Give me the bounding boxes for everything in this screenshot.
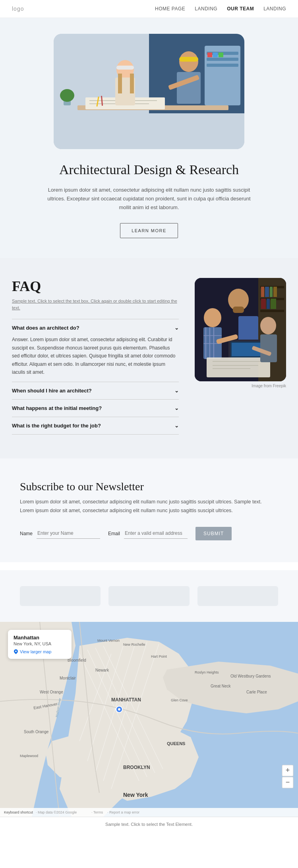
faq-sample-text[interactable]: Sample text. Click to select the text bo… [12,298,179,311]
svg-rect-12 [179,57,198,62]
email-label: Email [108,531,120,536]
hero-section: Architectural Design & Research Lorem ip… [0,18,298,258]
svg-text:South Orange: South Orange [24,730,49,734]
footer-card-1 [20,586,101,606]
hero-image [54,34,244,149]
nav-links: HOME PAGE LANDING OUR TEAM LANDING [155,6,286,12]
nav-home[interactable]: HOME PAGE [155,6,185,12]
svg-text:Great Neck: Great Neck [211,684,231,688]
faq-question-4[interactable]: What is the right budget for the job? ⌄ [12,423,179,429]
svg-rect-31 [261,287,264,297]
svg-text:Carle Place: Carle Place [246,690,267,694]
name-label: Name [20,531,33,536]
svg-text:Glen Cove: Glen Cove [171,698,188,702]
faq-item-2: When should I hire an architect? ⌄ [12,382,179,399]
svg-text:· Report a map error: · Report a map error [107,810,139,814]
svg-text:· Terms: · Terms [91,810,103,814]
faq-chevron-1: ⌄ [174,325,179,331]
svg-text:−: − [286,778,290,786]
footer-card-2 [108,586,189,606]
svg-text:Newark: Newark [95,668,109,672]
svg-text:Bloomfield: Bloomfield [68,658,86,662]
svg-rect-19 [207,52,212,57]
svg-text:MANHATTAN: MANHATTAN [111,697,141,703]
faq-question-1[interactable]: What does an architect do? ⌄ [12,325,179,331]
faq-question-2[interactable]: When should I hire an architect? ⌄ [12,388,179,394]
svg-text:New York: New York [123,792,148,798]
faq-chevron-2: ⌄ [174,388,179,394]
nav-landing-1[interactable]: LANDING [195,6,217,12]
svg-rect-35 [261,299,266,309]
svg-rect-36 [267,299,270,309]
navigation: logo HOME PAGE LANDING OUR TEAM LANDING [0,0,298,18]
svg-text:New Rochelle: New Rochelle [123,643,145,647]
svg-rect-10 [130,74,134,93]
email-group: Email [108,528,188,539]
newsletter-section: Subscribe to our Newsletter Lorem ipsum … [0,458,298,562]
faq-answer-1: Answer. Lorem ipsum dolor sit amet, cons… [12,331,179,376]
svg-text:QUEENS: QUEENS [167,741,185,746]
svg-rect-9 [118,74,122,93]
newsletter-form: Name Email SUBMIT [20,527,278,540]
svg-rect-18 [207,64,238,67]
svg-point-56 [260,317,276,334]
map-section: East Hanover South Orange Maplewood West… [0,622,298,817]
email-input[interactable] [124,528,188,539]
svg-rect-20 [213,52,218,57]
bottom-bar: Sample text. Click to select the Text El… [0,817,298,831]
faq-image [195,278,286,381]
svg-rect-17 [207,58,238,61]
faq-title: FAQ [12,278,179,295]
submit-button[interactable]: SUBMIT [195,527,232,540]
learn-more-button[interactable]: LEARN MORE [120,223,178,238]
svg-rect-34 [273,287,277,297]
footer-cards [0,570,298,614]
faq-right: Image from Freepik [195,278,286,388]
nav-our-team[interactable]: OUR TEAM [227,6,254,12]
svg-rect-39 [233,307,244,313]
svg-rect-30 [260,310,284,312]
svg-text:Old Westbury Gardens: Old Westbury Gardens [230,674,271,678]
svg-rect-32 [265,287,269,297]
footer-card-3 [197,586,278,606]
bottom-bar-text: Sample text. Click to select the Text El… [105,822,193,827]
hero-title: Architectural Design & Research [46,161,252,179]
faq-item-4: What is the right budget for the job? ⌄ [12,417,179,435]
faq-image-credit: Image from Freepik [195,384,286,388]
svg-text:Roslyn Heights: Roslyn Heights [195,670,219,674]
logo: logo [12,6,24,12]
svg-text:BROOKLYN: BROOKLYN [123,765,150,770]
svg-rect-21 [219,52,223,57]
newsletter-description: Lorem ipsum dolor sit amet, consectetur … [20,498,274,515]
svg-text:Maplewood: Maplewood [20,754,38,758]
map-popup-link[interactable]: View larger map [14,649,66,654]
hero-description: Lorem ipsum dolor sit amet, consectetur … [46,186,252,212]
svg-text:Keyboard shortcut: Keyboard shortcut [4,810,33,814]
name-input[interactable] [37,528,100,539]
svg-text:West Orange: West Orange [40,690,63,694]
svg-point-95 [118,708,120,711]
svg-point-23 [60,89,74,102]
svg-rect-57 [260,334,277,362]
map-popup-address: New York, NY, USA [14,641,66,646]
map-popup: Manhattan New York, NY, USA View larger … [8,630,72,659]
hero-text: Architectural Design & Research Lorem ip… [46,161,252,238]
svg-point-44 [204,308,221,327]
svg-text:Hart Point: Hart Point [151,654,167,658]
faq-item-3: What happens at the initial meeting? ⌄ [12,399,179,417]
map-popup-title: Manhattan [14,635,66,641]
svg-rect-37 [271,299,276,309]
faq-left: FAQ Sample text. Click to select the tex… [12,278,179,435]
svg-rect-7 [116,66,134,70]
nav-landing-2[interactable]: LANDING [263,6,286,12]
svg-text:· Map data ©2024 Google: · Map data ©2024 Google [36,810,77,814]
faq-chevron-4: ⌄ [174,423,179,429]
faq-chevron-3: ⌄ [174,405,179,411]
svg-text:Montclair: Montclair [60,676,76,680]
svg-rect-33 [270,287,273,297]
svg-text:+: + [286,766,290,774]
svg-text:Mount Vernon: Mount Vernon [97,639,120,643]
faq-question-3[interactable]: What happens at the initial meeting? ⌄ [12,405,179,411]
name-group: Name [20,528,100,539]
faq-item-1: What does an architect do? ⌄ Answer. Lor… [12,319,179,382]
